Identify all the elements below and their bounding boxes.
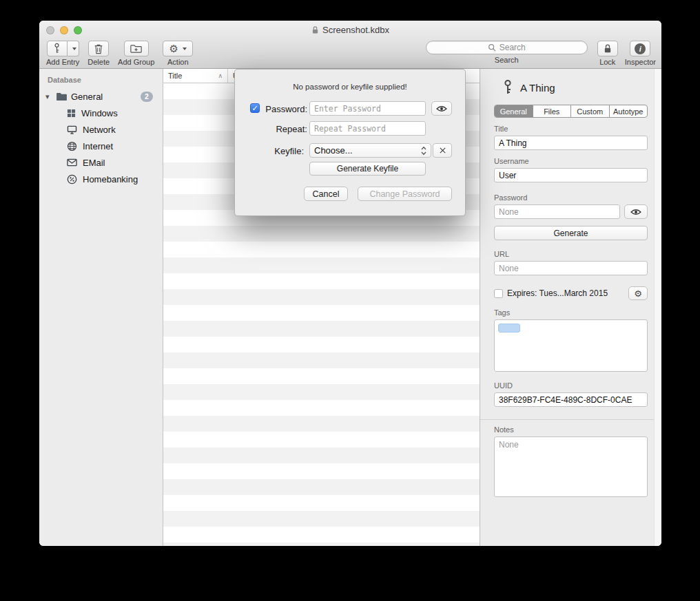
gear-icon: ⚙ <box>634 288 642 299</box>
sidebar-item-homebanking[interactable]: Homebanking <box>39 171 163 187</box>
tab-general[interactable]: General <box>495 105 533 117</box>
add-group-label: Add Group <box>118 58 154 66</box>
password-input[interactable] <box>309 101 426 116</box>
generate-keyfile-button[interactable]: Generate Keyfile <box>309 162 426 176</box>
add-entry-button[interactable] <box>47 41 68 56</box>
inspector-tabs: General Files Custom Autotype <box>494 105 648 118</box>
search-label: Search <box>495 56 519 64</box>
entry-title: A Thing <box>520 82 555 94</box>
sidebar-item-internet[interactable]: Internet <box>39 138 163 154</box>
percent-coin-icon <box>67 174 77 184</box>
add-group-button[interactable] <box>124 41 149 56</box>
tab-files[interactable]: Files <box>533 105 572 117</box>
column-title-label: Title <box>168 72 182 80</box>
computer-icon <box>67 125 77 134</box>
sidebar-item-label: General <box>71 92 103 102</box>
search-group: Search Search <box>426 41 588 64</box>
folder-icon <box>56 92 68 101</box>
url-label: URL <box>494 250 648 258</box>
notes-field[interactable] <box>494 436 648 497</box>
section-divider <box>480 419 661 420</box>
entry-count-badge: 2 <box>141 92 153 102</box>
clear-keyfile-button[interactable] <box>433 143 452 158</box>
close-button[interactable] <box>46 26 54 34</box>
windows-icon <box>67 109 76 118</box>
sidebar-item-label: EMail <box>83 158 105 168</box>
gear-icon: ⚙ <box>169 43 178 55</box>
action-button[interactable]: ⚙ <box>163 41 193 56</box>
document-lock-icon <box>311 25 319 34</box>
url-field[interactable] <box>494 261 648 275</box>
sidebar-item-label: Windows <box>81 108 118 118</box>
username-field[interactable] <box>494 168 648 182</box>
chevron-down-icon <box>183 48 187 50</box>
delete-group: Delete <box>88 41 110 66</box>
envelope-icon <box>67 158 77 167</box>
tags-box[interactable] <box>494 319 648 372</box>
notes-label: Notes <box>494 425 648 434</box>
lock-group: Lock <box>597 41 618 66</box>
titlebar[interactable]: Screenshot.kdbx <box>39 21 661 39</box>
sidebar-item-label: Network <box>83 125 116 135</box>
column-header-title[interactable]: Title ∧ <box>163 69 228 83</box>
keyfile-label: Keyfile: <box>235 146 304 156</box>
globe-icon <box>67 141 77 151</box>
password-label: Password: <box>235 104 307 114</box>
window-chrome: Screenshot.kdbx Add Entry <box>39 21 661 69</box>
toolbar: Add Entry Delete Add Group <box>39 39 661 69</box>
title-field[interactable] <box>494 136 648 150</box>
lock-button[interactable] <box>597 41 618 56</box>
chevron-down-icon <box>72 48 76 50</box>
inspector-panel: A Thing General Files Custom Autotype Ti… <box>480 69 661 546</box>
reveal-password-button[interactable] <box>624 204 648 219</box>
expires-settings-button[interactable]: ⚙ <box>628 286 648 300</box>
username-label: Username <box>494 157 648 165</box>
stepper-arrows-icon <box>421 146 426 156</box>
sidebar-item-windows[interactable]: Windows <box>39 105 163 121</box>
inspector-button[interactable]: i <box>630 41 650 56</box>
sidebar-item-network[interactable]: Network <box>39 121 163 138</box>
tab-custom[interactable]: Custom <box>571 105 610 117</box>
password-field[interactable] <box>494 204 620 219</box>
keyfile-dropdown[interactable]: Choose... <box>309 143 431 158</box>
minimize-button[interactable] <box>60 26 68 34</box>
generate-password-button[interactable]: Generate <box>494 226 648 240</box>
key-icon <box>502 79 513 96</box>
action-label: Action <box>167 58 189 66</box>
tags-label: Tags <box>494 308 648 317</box>
add-entry-group: Add Entry <box>46 41 79 66</box>
lock-icon <box>604 43 612 54</box>
tag-chip[interactable] <box>498 324 520 333</box>
search-input[interactable]: Search <box>426 41 588 54</box>
add-entry-dropdown-button[interactable] <box>68 41 79 56</box>
entry-header: A Thing <box>494 78 648 96</box>
delete-label: Delete <box>88 58 110 66</box>
zoom-button[interactable] <box>74 26 82 34</box>
expires-checkbox[interactable] <box>494 289 503 298</box>
add-group-group: Add Group <box>118 41 154 66</box>
password-label: Password <box>494 193 648 202</box>
change-password-button[interactable]: Change Password <box>358 187 452 201</box>
repeat-label: Repeat: <box>235 124 307 134</box>
sidebar-item-general[interactable]: ▾ General 2 <box>39 88 163 105</box>
keyfile-value: Choose... <box>314 145 353 156</box>
inspector-label: Inspector <box>625 58 656 66</box>
disclosure-triangle-icon[interactable]: ▾ <box>45 92 52 101</box>
reveal-password-button[interactable] <box>431 101 452 116</box>
sidebar-item-email[interactable]: EMail <box>39 154 163 171</box>
cancel-button[interactable]: Cancel <box>304 187 348 201</box>
eye-icon <box>630 209 641 215</box>
search-placeholder: Search <box>500 43 526 52</box>
repeat-input[interactable] <box>309 121 426 136</box>
add-entry-label: Add Entry <box>46 58 79 66</box>
inspector-scrollbar[interactable] <box>654 69 661 546</box>
tab-autotype[interactable]: Autotype <box>610 105 648 117</box>
sidebar-header: Database <box>39 74 163 88</box>
action-group: ⚙ Action <box>163 41 193 66</box>
expires-row: Expires: Tues...March 2015 ⚙ <box>494 286 648 300</box>
uuid-field[interactable] <box>494 392 648 407</box>
sidebar-item-label: Homebanking <box>83 174 138 184</box>
delete-button[interactable] <box>88 41 109 56</box>
search-icon <box>488 43 496 52</box>
folder-plus-icon <box>130 44 142 54</box>
